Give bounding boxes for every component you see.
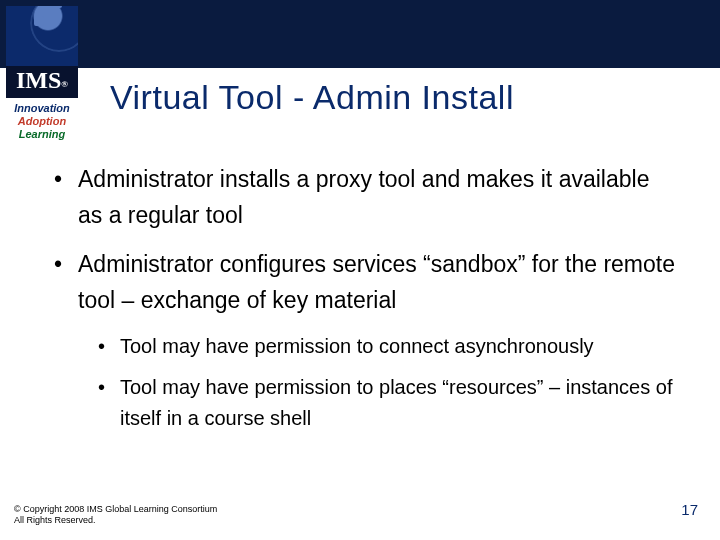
sub-bullet-text: Tool may have permission to places “reso…	[120, 376, 672, 429]
bullet-text: Administrator configures services “sandb…	[78, 251, 675, 313]
logo-reg: ®	[61, 79, 68, 89]
bullet-text: Administrator installs a proxy tool and …	[78, 166, 649, 228]
logo-acronym-text: IMS	[16, 67, 61, 93]
gear-icon	[30, 6, 78, 52]
bullet-item: Administrator configures services “sandb…	[54, 247, 680, 433]
slide-title: Virtual Tool - Admin Install	[110, 78, 690, 117]
logo-tagline: Innovation Adoption Learning	[6, 98, 78, 147]
sub-bullet-list: Tool may have permission to connect asyn…	[98, 331, 680, 434]
footer-line-2: All Rights Reserved.	[14, 515, 217, 526]
footer-line-1: © Copyright 2008 IMS Global Learning Con…	[14, 504, 217, 515]
sub-bullet-item: Tool may have permission to connect asyn…	[98, 331, 680, 362]
bullet-list: Administrator installs a proxy tool and …	[54, 162, 680, 448]
copyright-footer: © Copyright 2008 IMS Global Learning Con…	[14, 504, 217, 527]
page-number: 17	[681, 501, 698, 518]
logo-acronym: IMS®	[6, 66, 78, 98]
logo-graphic	[6, 6, 78, 66]
sub-bullet-item: Tool may have permission to places “reso…	[98, 372, 680, 434]
ims-logo: IMS® Innovation Adoption Learning	[6, 6, 78, 146]
tagline-word-1: Innovation	[9, 102, 75, 115]
tagline-word-2: Adoption	[9, 115, 75, 128]
bullet-item: Administrator installs a proxy tool and …	[54, 162, 680, 233]
tagline-word-3: Learning	[9, 128, 75, 141]
header-bar	[0, 0, 720, 68]
sub-bullet-text: Tool may have permission to connect asyn…	[120, 335, 594, 357]
